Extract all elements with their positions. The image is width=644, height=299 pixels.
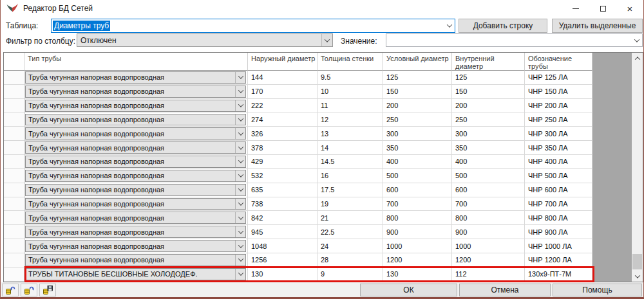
column-header-1[interactable]: Наружный диаметр (248, 53, 317, 71)
cell-nominal[interactable]: 200 (383, 99, 452, 113)
cell-wall[interactable]: 14 (317, 141, 383, 155)
pipe-type-combobox[interactable]: Труба чугунная напорная водопроводная (25, 156, 246, 168)
row-select-header[interactable] (4, 127, 24, 141)
pipe-type-combobox[interactable]: Труба чугунная напорная водопроводная (25, 254, 246, 266)
cell-designation[interactable]: 130x9-ПТ-7М (525, 267, 592, 282)
column-header-2[interactable]: Толщина стенки (317, 53, 383, 71)
undo-database-button[interactable] (2, 284, 19, 296)
row-select-header[interactable] (4, 197, 24, 212)
close-button[interactable]: × (616, 0, 643, 17)
row-select-header[interactable] (4, 85, 24, 99)
pipe-type-combobox[interactable]: Труба чугунная напорная водопроводная (25, 127, 246, 140)
pipe-type-combobox[interactable]: ТРУБЫ ТИТАНОВЫЕ БЕСШОВНЫЕ ХОЛОДОДЕФ. (25, 268, 246, 280)
cell-designation[interactable]: ЧНР 1000 ЛА (525, 239, 592, 253)
cell-nominal[interactable]: 500 (383, 169, 452, 183)
column-header-5[interactable]: Обозначение трубы (525, 53, 592, 71)
cell-wall[interactable]: 11 (317, 99, 383, 113)
pipe-type-combobox[interactable]: Труба чугунная напорная водопроводная (25, 240, 246, 252)
help-button[interactable]: Помощь (553, 284, 642, 296)
cell-nominal[interactable]: 900 (383, 225, 452, 239)
cell-inner[interactable]: 200 (452, 99, 525, 113)
cell-wall[interactable]: 17.5 (317, 183, 383, 197)
row-select-header[interactable] (4, 267, 24, 282)
row-select-header[interactable] (4, 239, 24, 253)
cell-inner[interactable]: 300 (452, 127, 525, 141)
cell-designation[interactable]: ЧНР 900 ЛА (525, 225, 592, 239)
cell-nominal[interactable]: 300 (383, 127, 452, 141)
cell-nominal[interactable]: 350 (383, 141, 452, 155)
cell-nominal[interactable]: 700 (383, 197, 452, 212)
save-database-button[interactable] (39, 284, 56, 296)
row-select-header[interactable] (4, 183, 24, 197)
cell-inner[interactable]: 1200 (452, 253, 525, 267)
cell-inner[interactable]: 250 (452, 113, 525, 127)
pipe-type-combobox[interactable]: Труба чугунная напорная водопроводная (25, 226, 246, 238)
cell-outer[interactable]: 1256 (248, 253, 317, 267)
cell-inner[interactable]: 125 (452, 71, 525, 85)
pipe-type-combobox[interactable]: Труба чугунная напорная водопроводная (25, 184, 246, 196)
cell-nominal[interactable]: 400 (383, 155, 452, 169)
cell-nominal[interactable]: 150 (383, 85, 452, 99)
cell-outer[interactable]: 326 (248, 127, 317, 141)
row-select-header[interactable] (4, 253, 24, 267)
cell-designation[interactable]: ЧНР 800 ЛА (525, 211, 592, 225)
cell-outer[interactable]: 842 (248, 211, 317, 225)
cell-designation[interactable]: ЧНР 300 ЛА (525, 127, 592, 141)
cell-inner[interactable]: 350 (452, 141, 525, 155)
filter-combobox[interactable]: Отключен (77, 33, 333, 47)
cell-outer[interactable]: 738 (248, 197, 317, 212)
row-select-header[interactable] (4, 155, 24, 169)
cell-inner[interactable]: 900 (452, 225, 525, 239)
cell-outer[interactable]: 1048 (248, 239, 317, 253)
cell-outer[interactable]: 635 (248, 183, 317, 197)
cell-inner[interactable]: 150 (452, 85, 525, 99)
cell-wall[interactable]: 12 (317, 113, 383, 127)
cell-designation[interactable]: ЧНР 500 ЛА (525, 169, 592, 183)
cell-designation[interactable]: ЧНР 200 ЛА (525, 99, 592, 113)
pipe-type-combobox[interactable]: Труба чугунная напорная водопроводная (25, 71, 246, 84)
row-select-header[interactable] (4, 225, 24, 239)
vertical-scrollbar[interactable] (632, 53, 643, 282)
cell-outer[interactable]: 945 (248, 225, 317, 239)
cell-outer[interactable]: 222 (248, 99, 317, 113)
cell-designation[interactable]: ЧНР 150 ЛА (525, 85, 592, 99)
value-combobox[interactable] (386, 33, 643, 47)
column-header-0[interactable]: Тип трубы (24, 53, 248, 71)
delete-selected-button[interactable]: Удалить выделенные (552, 19, 643, 33)
cell-inner[interactable]: 600 (452, 183, 525, 197)
cell-wall[interactable]: 19 (317, 197, 383, 212)
row-select-header[interactable] (4, 169, 24, 183)
cell-designation[interactable]: ЧНР 250 ЛА (525, 113, 592, 127)
cell-outer[interactable]: 274 (248, 113, 317, 127)
cell-nominal[interactable]: 1200 (383, 253, 452, 267)
cell-nominal[interactable]: 600 (383, 183, 452, 197)
cell-inner[interactable]: 1000 (452, 239, 525, 253)
scroll-down-icon[interactable] (632, 271, 643, 282)
cell-nominal[interactable]: 125 (383, 71, 452, 85)
cell-designation[interactable]: ЧНР 600 ЛА (525, 183, 592, 197)
cell-inner[interactable]: 112 (452, 267, 525, 282)
cell-wall[interactable]: 9 (317, 267, 383, 282)
cell-wall[interactable]: 9.5 (317, 71, 383, 85)
cell-inner[interactable]: 800 (452, 211, 525, 225)
cell-outer[interactable]: 144 (248, 71, 317, 85)
row-select-header[interactable] (4, 141, 24, 155)
cell-nominal[interactable]: 1000 (383, 239, 452, 253)
column-header-3[interactable]: Условный диаметр (383, 53, 452, 71)
cell-wall[interactable]: 28 (317, 253, 383, 267)
table-combobox[interactable]: Диаметры труб (51, 19, 455, 33)
cell-wall[interactable]: 10 (317, 85, 383, 99)
redo-database-button[interactable] (21, 284, 37, 296)
pipe-type-combobox[interactable]: Труба чугунная напорная водопроводная (25, 114, 246, 126)
cell-nominal[interactable]: 130 (383, 267, 452, 282)
row-select-header[interactable] (4, 113, 24, 127)
cell-designation[interactable]: ЧНР 1200 ЛА (525, 253, 592, 267)
pipe-type-combobox[interactable]: Труба чугунная напорная водопроводная (25, 198, 246, 210)
cancel-button[interactable]: Отмена (459, 284, 551, 296)
scrollbar-thumb[interactable] (632, 254, 642, 269)
pipe-type-combobox[interactable]: Труба чугунная напорная водопроводная (25, 170, 246, 182)
row-select-header[interactable] (4, 211, 24, 225)
cell-nominal[interactable]: 250 (383, 113, 452, 127)
cell-outer[interactable]: 378 (248, 141, 317, 155)
cell-wall[interactable]: 14.5 (317, 155, 383, 169)
